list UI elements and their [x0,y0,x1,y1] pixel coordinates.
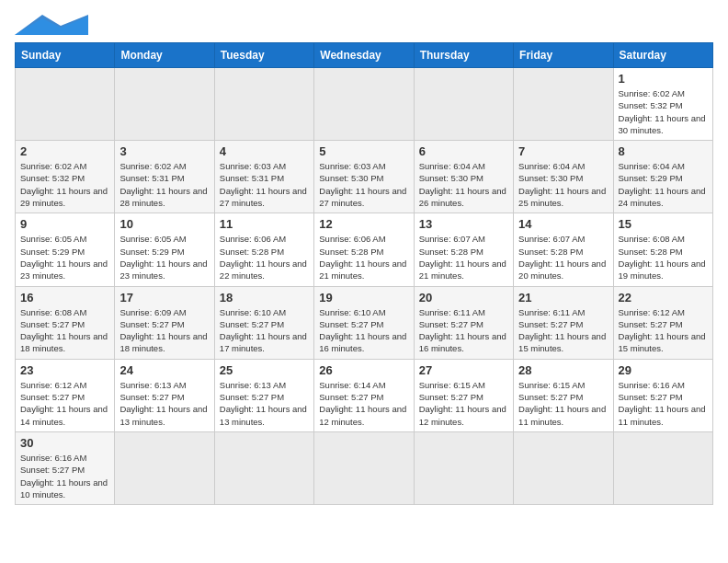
day-number: 22 [619,291,708,304]
day-info: Sunrise: 6:04 AMSunset: 5:29 PMDaylight:… [619,160,708,209]
day-number: 17 [119,291,209,304]
day-of-week-header: Wednesday [314,43,414,68]
day-info: Sunrise: 6:06 AMSunset: 5:28 PMDaylight:… [319,233,408,282]
day-info: Sunrise: 6:08 AMSunset: 5:27 PMDaylight:… [20,306,109,355]
day-info: Sunrise: 6:02 AMSunset: 5:32 PMDaylight:… [20,160,109,209]
day-info: Sunrise: 6:15 AMSunset: 5:27 PMDaylight:… [419,379,508,428]
day-number: 15 [619,217,708,231]
day-number: 3 [119,144,209,158]
calendar-cell: 12Sunrise: 6:06 AMSunset: 5:28 PMDayligh… [314,213,414,286]
calendar-cell [16,68,115,141]
day-info: Sunrise: 6:12 AMSunset: 5:27 PMDaylight:… [619,306,708,355]
calendar-cell [414,431,513,504]
day-info: Sunrise: 6:03 AMSunset: 5:31 PMDaylight:… [220,160,309,209]
day-number: 24 [119,363,209,377]
calendar-cell: 13Sunrise: 6:07 AMSunset: 5:28 PMDayligh… [414,213,513,286]
day-info: Sunrise: 6:06 AMSunset: 5:28 PMDaylight:… [220,233,309,282]
calendar-cell [414,68,513,141]
calendar-cell: 7Sunrise: 6:04 AMSunset: 5:30 PMDaylight… [514,141,613,213]
day-of-week-header: Saturday [613,43,712,68]
calendar-cell: 8Sunrise: 6:04 AMSunset: 5:29 PMDaylight… [613,141,712,213]
day-info: Sunrise: 6:15 AMSunset: 5:27 PMDaylight:… [518,379,608,428]
day-number: 1 [619,72,708,86]
calendar-cell: 20Sunrise: 6:11 AMSunset: 5:27 PMDayligh… [414,286,513,359]
day-number: 20 [419,291,508,304]
calendar-cell: 19Sunrise: 6:10 AMSunset: 5:27 PMDayligh… [314,286,414,359]
day-of-week-header: Friday [514,43,613,68]
day-info: Sunrise: 6:04 AMSunset: 5:30 PMDaylight:… [419,160,508,209]
day-number: 14 [518,217,608,231]
day-info: Sunrise: 6:03 AMSunset: 5:30 PMDaylight:… [319,160,408,209]
day-info: Sunrise: 6:11 AMSunset: 5:27 PMDaylight:… [419,306,508,355]
calendar-cell [314,431,414,504]
calendar-cell [115,68,214,141]
calendar-cell: 2Sunrise: 6:02 AMSunset: 5:32 PMDaylight… [16,141,115,213]
calendar-cell: 27Sunrise: 6:15 AMSunset: 5:27 PMDayligh… [414,359,513,431]
day-number: 19 [319,291,408,304]
day-of-week-header: Monday [115,43,214,68]
day-info: Sunrise: 6:02 AMSunset: 5:31 PMDaylight:… [119,160,209,209]
calendar-cell: 14Sunrise: 6:07 AMSunset: 5:28 PMDayligh… [514,213,613,286]
day-info: Sunrise: 6:02 AMSunset: 5:32 PMDaylight:… [619,87,708,136]
calendar-cell: 30Sunrise: 6:16 AMSunset: 5:27 PMDayligh… [16,431,115,504]
logo-icon [15,15,88,35]
day-number: 26 [319,363,408,377]
day-info: Sunrise: 6:16 AMSunset: 5:27 PMDaylight:… [20,452,109,500]
day-number: 5 [319,144,408,158]
day-of-week-header: Sunday [16,43,115,68]
day-number: 28 [518,363,608,377]
calendar-week-row: 23Sunrise: 6:12 AMSunset: 5:27 PMDayligh… [16,359,713,431]
day-info: Sunrise: 6:05 AMSunset: 5:29 PMDaylight:… [119,233,209,282]
calendar-cell: 18Sunrise: 6:10 AMSunset: 5:27 PMDayligh… [214,286,313,359]
calendar-cell: 10Sunrise: 6:05 AMSunset: 5:29 PMDayligh… [115,213,214,286]
calendar-cell: 6Sunrise: 6:04 AMSunset: 5:30 PMDaylight… [414,141,513,213]
calendar-cell: 26Sunrise: 6:14 AMSunset: 5:27 PMDayligh… [314,359,414,431]
calendar-week-row: 16Sunrise: 6:08 AMSunset: 5:27 PMDayligh… [16,286,713,359]
day-number: 23 [20,363,109,377]
calendar-cell: 4Sunrise: 6:03 AMSunset: 5:31 PMDaylight… [214,141,313,213]
day-info: Sunrise: 6:13 AMSunset: 5:27 PMDaylight:… [119,379,209,428]
day-number: 9 [20,217,109,231]
calendar-cell: 17Sunrise: 6:09 AMSunset: 5:27 PMDayligh… [115,286,214,359]
day-number: 2 [20,144,109,158]
calendar-week-row: 30Sunrise: 6:16 AMSunset: 5:27 PMDayligh… [16,431,713,504]
calendar-cell [115,431,214,504]
day-number: 13 [419,217,508,231]
calendar-cell: 5Sunrise: 6:03 AMSunset: 5:30 PMDaylight… [314,141,414,213]
day-number: 16 [20,291,109,304]
calendar-cell [613,431,712,504]
calendar-week-row: 1Sunrise: 6:02 AMSunset: 5:32 PMDaylight… [16,68,713,141]
calendar-cell: 24Sunrise: 6:13 AMSunset: 5:27 PMDayligh… [115,359,214,431]
day-of-week-header: Tuesday [214,43,313,68]
day-info: Sunrise: 6:08 AMSunset: 5:28 PMDaylight:… [619,233,708,282]
calendar-cell: 16Sunrise: 6:08 AMSunset: 5:27 PMDayligh… [16,286,115,359]
day-info: Sunrise: 6:16 AMSunset: 5:27 PMDaylight:… [619,379,708,428]
day-number: 25 [220,363,309,377]
day-number: 12 [319,217,408,231]
day-number: 4 [220,144,309,158]
day-info: Sunrise: 6:10 AMSunset: 5:27 PMDaylight:… [220,306,309,355]
day-info: Sunrise: 6:12 AMSunset: 5:27 PMDaylight:… [20,379,109,428]
day-info: Sunrise: 6:09 AMSunset: 5:27 PMDaylight:… [119,306,209,355]
day-of-week-header: Thursday [414,43,513,68]
day-number: 11 [220,217,309,231]
day-info: Sunrise: 6:11 AMSunset: 5:27 PMDaylight:… [518,306,608,355]
calendar-cell: 11Sunrise: 6:06 AMSunset: 5:28 PMDayligh… [214,213,313,286]
day-number: 8 [619,144,708,158]
day-number: 30 [20,436,109,450]
calendar-week-row: 2Sunrise: 6:02 AMSunset: 5:32 PMDaylight… [16,141,713,213]
calendar-cell [314,68,414,141]
page-header [15,15,713,35]
day-number: 21 [518,291,608,304]
calendar-cell: 15Sunrise: 6:08 AMSunset: 5:28 PMDayligh… [613,213,712,286]
day-number: 7 [518,144,608,158]
day-info: Sunrise: 6:14 AMSunset: 5:27 PMDaylight:… [319,379,408,428]
day-info: Sunrise: 6:13 AMSunset: 5:27 PMDaylight:… [220,379,309,428]
calendar-cell: 25Sunrise: 6:13 AMSunset: 5:27 PMDayligh… [214,359,313,431]
calendar-cell: 28Sunrise: 6:15 AMSunset: 5:27 PMDayligh… [514,359,613,431]
day-info: Sunrise: 6:10 AMSunset: 5:27 PMDaylight:… [319,306,408,355]
calendar-cell: 22Sunrise: 6:12 AMSunset: 5:27 PMDayligh… [613,286,712,359]
calendar-header-row: SundayMondayTuesdayWednesdayThursdayFrid… [16,43,713,68]
calendar-cell: 21Sunrise: 6:11 AMSunset: 5:27 PMDayligh… [514,286,613,359]
day-number: 27 [419,363,508,377]
